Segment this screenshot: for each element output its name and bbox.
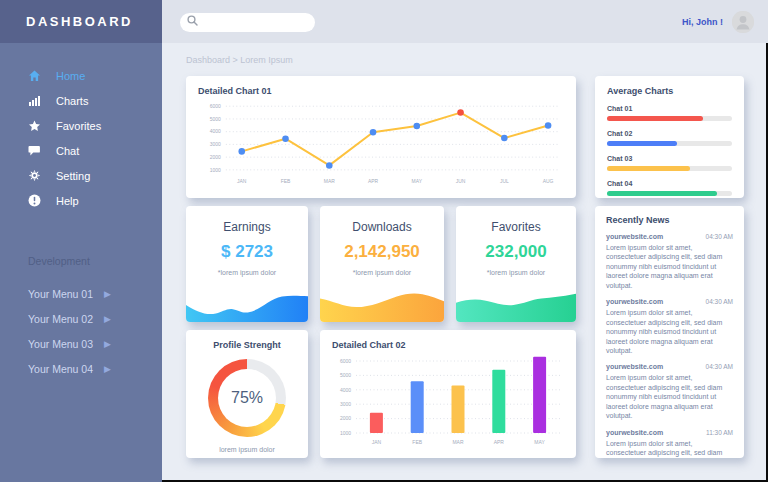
dashboard-page: DASHBOARD Home Charts Favorites [0,0,768,482]
progress-track [607,191,732,196]
profile-strength-card: Profile Strenght 75% lorem ipsum dolor [186,330,308,458]
svg-text:5000: 5000 [210,117,221,122]
news-site: yourwebsite.com [606,429,663,436]
user-area: Hi, John ! [682,11,754,33]
sidebar-item-favorites[interactable]: Favorites [0,113,162,138]
stat-caption: *lorem ipsum dolor [456,269,576,276]
home-icon [28,70,42,82]
charts-icon [28,95,42,107]
svg-text:6000: 6000 [210,104,221,109]
favorites-card: Favorites 232,000 *lorem ipsum dolor [456,206,576,322]
svg-text:3000: 3000 [340,401,351,407]
svg-text:FEB: FEB [281,179,291,184]
sidebar-dev-section: Development Your Menu 01 ▶ Your Menu 02 … [0,255,162,381]
sidebar-item-your-menu-03[interactable]: Your Menu 03 ▶ [0,331,162,356]
search-input[interactable] [180,13,315,32]
profile-caption: lorem ipsum dolor [194,446,300,453]
sidebar-item-label: Charts [56,95,88,107]
svg-text:6000: 6000 [340,358,351,364]
topbar: Hi, John ! [162,0,768,43]
sidebar-item-label: Chat [56,145,79,157]
sidebar-item-your-menu-04[interactable]: Your Menu 04 ▶ [0,356,162,381]
progress-track [607,141,732,146]
svg-text:JAN: JAN [372,439,382,445]
news-time: 04:30 AM [706,363,733,370]
dev-item-label: Your Menu 01 [28,288,104,300]
news-site: yourwebsite.com [606,363,663,370]
svg-text:MAR: MAR [452,439,464,445]
main-content: Dashboard > Lorem Ipsum Detailed Chart 0… [162,43,768,482]
progress-fill [607,141,677,146]
favorites-wave-chart [456,290,576,322]
downloads-wave-chart [320,290,444,322]
earnings-card: Earnings $ 2723 *lorem ipsum dolor [186,206,308,322]
detailed-chart-02-plot: 600050004000300020001000JANFEBMARAPRMAY [332,353,564,449]
svg-text:4000: 4000 [340,387,351,393]
news-item: yourwebsite.com 04:30 AM Lorem ipsum dol… [606,233,733,290]
chat-icon [28,145,42,157]
detailed-chart-01-plot: 600050004000300020001000JANFEBMARAPRMAYJ… [198,99,564,191]
news-site: yourwebsite.com [606,233,663,240]
earnings-wave-chart [186,290,308,322]
news-item: yourwebsite.com 11:30 AM Lorem ipsum dol… [606,429,733,458]
svg-text:JUN: JUN [456,179,466,184]
progress-track [607,116,732,121]
progress-row: Chat 04 [607,180,732,196]
sidebar-item-label: Setting [56,170,90,182]
progress-row: Chat 02 [607,130,732,146]
progress-fill [607,191,717,196]
dev-section-title: Development [0,255,162,267]
svg-text:3000: 3000 [210,142,221,147]
sidebar-item-your-menu-01[interactable]: Your Menu 01 ▶ [0,281,162,306]
stat-value: 2,142,950 [320,242,444,262]
svg-text:MAR: MAR [324,179,335,184]
chart-title: Detailed Chart 01 [198,86,564,96]
progress-fill [607,166,690,171]
sidebar-item-help[interactable]: Help [0,188,162,213]
sidebar-item-chat[interactable]: Chat [0,138,162,163]
svg-text:1000: 1000 [210,168,221,173]
stat-value: 232,000 [456,242,576,262]
dev-item-label: Your Menu 03 [28,338,104,350]
avatar[interactable] [732,11,754,33]
progress-fill [607,116,703,121]
news-body: Lorem ipsum dolor sit amet, consectetuer… [606,439,733,458]
sidebar-menu: Home Charts Favorites Chat [0,63,162,213]
profile-donut-chart: 75% [208,359,286,437]
stat-caption: *lorem ipsum dolor [320,269,444,276]
star-icon [28,120,42,132]
panel-title: Recently News [606,215,733,225]
svg-text:APR: APR [368,179,379,184]
svg-text:2000: 2000 [340,415,351,421]
sidebar-item-label: Help [56,195,79,207]
progress-label: Chat 01 [607,105,732,112]
stat-title: Favorites [456,220,576,234]
help-icon [28,195,42,207]
chevron-right-icon: ▶ [104,339,111,349]
sidebar-item-your-menu-02[interactable]: Your Menu 02 ▶ [0,306,162,331]
gear-icon [28,170,42,182]
sidebar-item-home[interactable]: Home [0,63,162,88]
svg-text:MAY: MAY [534,439,545,445]
news-time: 04:30 AM [706,298,733,305]
downloads-card: Downloads 2,142,950 *lorem ipsum dolor [320,206,444,322]
news-body: Lorem ipsum dolor sit amet, consectetuer… [606,373,733,420]
search-icon [187,15,198,26]
sidebar-header: DASHBOARD [0,0,162,43]
progress-label: Chat 03 [607,155,732,162]
sidebar-item-setting[interactable]: Setting [0,163,162,188]
svg-text:MAY: MAY [412,179,423,184]
svg-text:5000: 5000 [340,372,351,378]
progress-row: Chat 03 [607,155,732,171]
dev-item-label: Your Menu 02 [28,313,104,325]
svg-text:1000: 1000 [340,430,351,436]
news-item: yourwebsite.com 04:30 AM Lorem ipsum dol… [606,298,733,355]
svg-text:2000: 2000 [210,155,221,160]
svg-text:4000: 4000 [210,129,221,134]
donut-percent: 75% [231,389,263,407]
panel-title: Average Charts [607,86,732,96]
chart-title: Detailed Chart 02 [332,340,564,350]
svg-text:AUG: AUG [543,179,554,184]
sidebar-item-charts[interactable]: Charts [0,88,162,113]
stat-caption: *lorem ipsum dolor [186,269,308,276]
